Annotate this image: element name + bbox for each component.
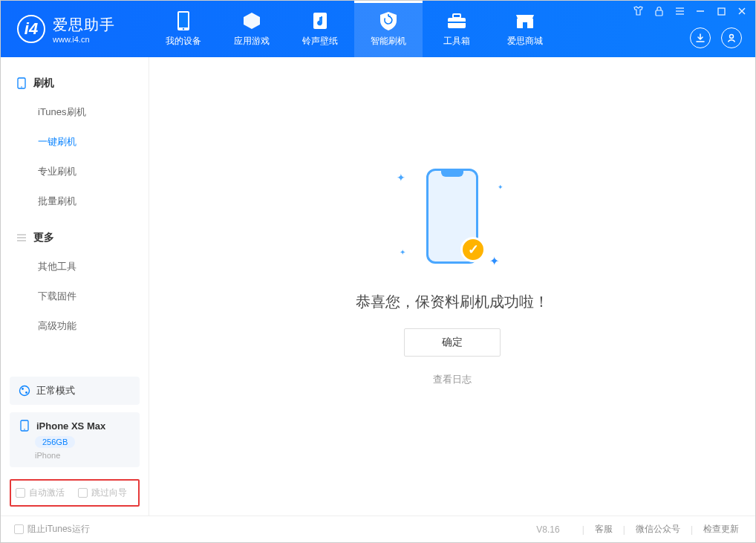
section-title-text: 刷机 xyxy=(33,77,54,90)
svg-point-18 xyxy=(730,35,734,39)
window-controls xyxy=(632,5,748,17)
svg-rect-7 xyxy=(448,22,466,23)
svg-point-25 xyxy=(22,388,24,390)
sparkle-icon: ✦ xyxy=(498,183,504,191)
checkbox-icon xyxy=(78,488,88,498)
svg-point-24 xyxy=(20,386,30,396)
section-title-text: 更多 xyxy=(33,231,54,244)
logo-text: 爱思助手 www.i4.cn xyxy=(53,15,115,44)
tab-ringtones-wallpapers[interactable]: 铃声壁纸 xyxy=(286,1,354,57)
phone-icon xyxy=(173,10,194,31)
toolbox-icon xyxy=(446,10,467,31)
phone-notch xyxy=(441,171,463,177)
close-button[interactable] xyxy=(736,5,748,17)
tab-label: 我的设备 xyxy=(166,35,201,48)
sidebar-item-pro-flash[interactable]: 专业刷机 xyxy=(1,157,149,186)
success-message: 恭喜您，保资料刷机成功啦！ xyxy=(356,292,549,312)
music-file-icon xyxy=(310,10,330,31)
footer: 阻止iTunes运行 V8.16 | 客服 | 微信公众号 | 检查更新 xyxy=(1,516,755,542)
tab-label: 应用游戏 xyxy=(234,35,270,48)
svg-rect-6 xyxy=(453,14,460,18)
list-icon xyxy=(16,232,27,244)
check-badge-icon: ✓ xyxy=(460,237,486,262)
device-phone-icon xyxy=(19,420,30,432)
checkbox-block-itunes[interactable]: 阻止iTunes运行 xyxy=(14,523,90,536)
download-icon[interactable] xyxy=(690,27,711,48)
checkbox-label: 跳过向导 xyxy=(91,487,127,499)
device-name-row: iPhone XS Max xyxy=(19,420,131,432)
device-name-text: iPhone XS Max xyxy=(36,420,105,432)
tab-smart-flash[interactable]: 智能刷机 xyxy=(354,1,423,57)
footer-link-wechat[interactable]: 微信公众号 xyxy=(633,523,683,536)
app-title: 爱思助手 xyxy=(53,15,115,35)
footer-link-check-update[interactable]: 检查更新 xyxy=(700,523,742,536)
svg-rect-15 xyxy=(718,8,725,15)
logo-area: i4 爱思助手 www.i4.cn xyxy=(1,15,149,44)
sidebar-item-download-firmware[interactable]: 下载固件 xyxy=(1,282,149,311)
tab-label: 铃声壁纸 xyxy=(302,35,338,48)
tab-toolbox[interactable]: 工具箱 xyxy=(423,1,491,57)
tshirt-icon[interactable] xyxy=(632,5,644,17)
sparkle-icon: ✦ xyxy=(400,248,405,256)
highlighted-checkbox-row: 自动激活 跳过向导 xyxy=(10,479,140,507)
sidebar-item-batch-flash[interactable]: 批量刷机 xyxy=(1,186,149,216)
sidebar: 刷机 iTunes刷机 一键刷机 专业刷机 批量刷机 更多 其他工具 下载固件 … xyxy=(1,57,149,516)
cube-icon xyxy=(241,10,262,31)
svg-point-4 xyxy=(319,22,322,25)
checkbox-auto-activate[interactable]: 自动激活 xyxy=(16,487,65,499)
sidebar-item-advanced[interactable]: 高级功能 xyxy=(1,311,149,341)
mode-label: 正常模式 xyxy=(36,384,75,397)
minimize-button[interactable] xyxy=(694,5,706,17)
device-storage-badge: 256GB xyxy=(35,436,75,448)
lock-icon[interactable] xyxy=(653,5,665,17)
nav-tabs: 我的设备 应用游戏 铃声壁纸 智能刷机 工具箱 爱思商城 xyxy=(149,1,559,57)
sparkle-icon: ✦ xyxy=(397,172,405,183)
version-text: V8.16 xyxy=(536,524,559,535)
header-right-icons xyxy=(690,27,742,48)
shop-icon xyxy=(515,10,535,31)
logo-icon: i4 xyxy=(17,15,45,43)
checkbox-icon xyxy=(14,524,24,534)
svg-point-26 xyxy=(25,391,27,394)
view-log-link[interactable]: 查看日志 xyxy=(433,373,472,386)
checkbox-label: 自动激活 xyxy=(29,487,65,499)
svg-point-28 xyxy=(24,429,25,430)
sparkle-icon: ✦ xyxy=(489,254,499,268)
separator: | xyxy=(691,524,693,535)
tab-store[interactable]: 爱思商城 xyxy=(491,1,559,57)
user-icon[interactable] xyxy=(721,27,742,48)
sidebar-section-flash: 刷机 xyxy=(1,69,149,97)
phone-outline-icon xyxy=(16,77,27,89)
main-content: ✦ ✦ ✦ ✦ ✓ 恭喜您，保资料刷机成功啦！ 确定 查看日志 xyxy=(149,57,755,516)
success-illustration: ✦ ✦ ✦ ✦ ✓ xyxy=(397,157,508,276)
svg-point-2 xyxy=(183,28,184,30)
device-type-text: iPhone xyxy=(35,451,131,460)
tab-my-device[interactable]: 我的设备 xyxy=(149,1,218,57)
header: i4 爱思助手 www.i4.cn 我的设备 应用游戏 铃声壁纸 智能刷机 xyxy=(1,1,755,57)
footer-link-support[interactable]: 客服 xyxy=(592,523,616,536)
svg-rect-10 xyxy=(656,10,662,16)
shield-refresh-icon xyxy=(378,10,399,31)
checkbox-skip-guide[interactable]: 跳过向导 xyxy=(78,487,127,499)
ok-button[interactable]: 确定 xyxy=(404,328,501,357)
svg-rect-9 xyxy=(523,22,527,28)
checkbox-icon xyxy=(16,488,25,498)
mode-icon xyxy=(19,385,30,397)
body: 刷机 iTunes刷机 一键刷机 专业刷机 批量刷机 更多 其他工具 下载固件 … xyxy=(1,57,755,516)
menu-icon[interactable] xyxy=(674,5,685,17)
tab-apps-games[interactable]: 应用游戏 xyxy=(218,1,286,57)
tab-label: 工具箱 xyxy=(443,35,470,48)
sidebar-item-other-tools[interactable]: 其他工具 xyxy=(1,252,149,282)
device-box[interactable]: iPhone XS Max 256GB iPhone xyxy=(10,412,140,467)
svg-point-20 xyxy=(21,86,22,88)
tab-label: 爱思商城 xyxy=(507,35,543,48)
maximize-button[interactable] xyxy=(715,5,727,17)
mode-box[interactable]: 正常模式 xyxy=(10,377,140,405)
checkbox-label: 阻止iTunes运行 xyxy=(27,523,90,536)
separator: | xyxy=(623,524,625,535)
sidebar-item-oneclick-flash[interactable]: 一键刷机 xyxy=(1,127,149,157)
sidebar-item-itunes-flash[interactable]: iTunes刷机 xyxy=(1,97,149,127)
separator: | xyxy=(582,524,584,535)
svg-rect-1 xyxy=(179,13,188,27)
tab-label: 智能刷机 xyxy=(371,35,406,48)
